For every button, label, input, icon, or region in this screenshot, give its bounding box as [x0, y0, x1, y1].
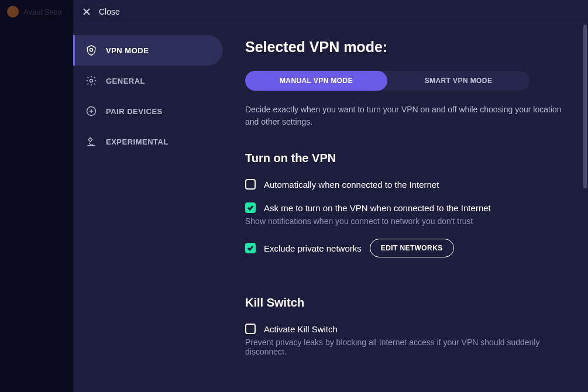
- sidebar-item-label: VPN MODE: [106, 46, 149, 55]
- scrollbar-thumb[interactable]: [583, 25, 587, 188]
- checkbox-auto-connect[interactable]: [245, 179, 256, 190]
- option-sublabel: Show notifications when you connect to n…: [245, 216, 565, 226]
- option-label: Activate Kill Switch: [264, 324, 338, 334]
- checkbox-ask-connect[interactable]: [245, 202, 256, 213]
- option-auto-connect: Automatically when connected to the Inte…: [245, 179, 565, 190]
- page-title: Selected VPN mode:: [245, 39, 565, 56]
- shield-icon: [85, 44, 98, 57]
- mode-description: Decide exactly when you want to turn you…: [245, 104, 565, 128]
- option-kill-switch: Activate Kill Switch Prevent privacy lea…: [245, 324, 565, 356]
- settings-content: Selected VPN mode: MANUAL VPN MODE SMART…: [230, 23, 588, 392]
- option-ask-connect: Ask me to turn on the VPN when connected…: [245, 202, 565, 226]
- svg-point-1: [90, 80, 93, 82]
- sidebar-item-general[interactable]: GENERAL: [73, 66, 223, 96]
- settings-panel: Close VPN MODE GENERAL PAIR DEVICES: [73, 0, 588, 392]
- panel-header: Close: [73, 0, 588, 23]
- section-heading-kill-switch: Kill Switch: [245, 296, 565, 310]
- plus-circle-icon: [85, 105, 98, 118]
- option-sublabel: Prevent privacy leaks by blocking all In…: [245, 338, 565, 356]
- gear-icon: [85, 74, 98, 87]
- background-app-title: Avast Secu: [0, 0, 76, 23]
- panel-body: VPN MODE GENERAL PAIR DEVICES EXPERIMENT…: [73, 23, 588, 392]
- option-label: Exclude private networks: [264, 243, 362, 253]
- settings-sidebar: VPN MODE GENERAL PAIR DEVICES EXPERIMENT…: [73, 23, 230, 392]
- sidebar-item-label: PAIR DEVICES: [106, 107, 163, 116]
- sidebar-item-vpn-mode[interactable]: VPN MODE: [73, 35, 223, 66]
- close-button[interactable]: Close: [99, 7, 120, 16]
- option-label: Ask me to turn on the VPN when connected…: [264, 203, 491, 213]
- option-label: Automatically when connected to the Inte…: [264, 180, 439, 190]
- option-exclude-private: Exclude private networks EDIT NETWORKS: [245, 239, 565, 257]
- smart-mode-toggle[interactable]: SMART VPN MODE: [387, 71, 529, 91]
- background-title-text: Avast Secu: [23, 8, 62, 16]
- microscope-icon: [85, 135, 98, 148]
- avast-logo-icon: [7, 6, 19, 18]
- sidebar-item-pair-devices[interactable]: PAIR DEVICES: [73, 96, 223, 126]
- vpn-mode-toggle: MANUAL VPN MODE SMART VPN MODE: [245, 71, 529, 91]
- sidebar-item-label: EXPERIMENTAL: [106, 137, 169, 146]
- checkbox-exclude-private[interactable]: [245, 243, 256, 253]
- sidebar-item-experimental[interactable]: EXPERIMENTAL: [73, 126, 223, 157]
- close-icon[interactable]: [82, 8, 91, 16]
- manual-mode-toggle[interactable]: MANUAL VPN MODE: [245, 71, 387, 91]
- section-heading-turn-on: Turn on the VPN: [245, 152, 565, 165]
- checkbox-kill-switch[interactable]: [245, 324, 256, 334]
- svg-point-0: [90, 49, 93, 51]
- edit-networks-button[interactable]: EDIT NETWORKS: [370, 239, 454, 257]
- sidebar-item-label: GENERAL: [106, 77, 145, 85]
